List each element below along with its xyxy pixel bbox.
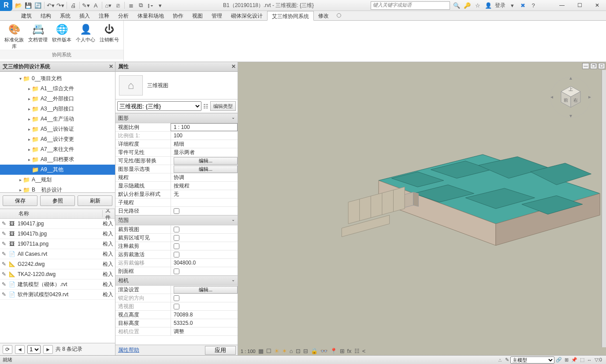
file-row[interactable]: ✎🖼190711a.png检入: [0, 239, 115, 249]
prop-row[interactable]: 视点高度70089.8: [115, 311, 238, 319]
properties-help-link[interactable]: 属性帮助: [115, 346, 205, 354]
qat-window-icon[interactable]: ⧉: [136, 1, 145, 10]
key-icon[interactable]: 🔑: [463, 1, 471, 9]
select-face-icon[interactable]: ⬚: [580, 357, 584, 363]
ribbon-tab-3[interactable]: 插入: [75, 11, 94, 20]
prop-row[interactable]: 注释裁剪: [115, 242, 238, 250]
qat-print-icon[interactable]: 🖨: [69, 1, 78, 10]
shadows-icon[interactable]: ✶: [282, 348, 287, 354]
ribbon-tab-4[interactable]: 注释: [94, 11, 114, 20]
ribbon-btn-4[interactable]: ⏻注销帐号: [99, 23, 120, 50]
ribbon-tab-1[interactable]: 结构: [36, 11, 56, 20]
type-thumbnail[interactable]: ⌂: [119, 75, 143, 96]
prop-row[interactable]: 远剪裁偏移304800.0: [115, 259, 238, 267]
model-select[interactable]: 主模型: [510, 357, 554, 364]
analytical-icon[interactable]: fx: [347, 348, 352, 354]
tree-node-0[interactable]: ▾📁0__项目文档: [0, 74, 115, 84]
highlight-icon[interactable]: ☷: [354, 348, 360, 354]
prop-row[interactable]: 零件可见性显示两者: [115, 148, 238, 157]
view-restore-icon[interactable]: ❐: [590, 63, 597, 69]
prop-row[interactable]: 远剪裁激活: [115, 250, 238, 259]
prop-group-header[interactable]: 相机⌄: [115, 276, 238, 286]
view-minimize-icon[interactable]: —: [582, 63, 589, 69]
ribbon-btn-2[interactable]: 🌐软件版本: [51, 23, 72, 50]
refresh-button[interactable]: 刷新: [78, 195, 112, 206]
prop-row[interactable]: 目标高度53325.0: [115, 319, 238, 327]
page-select[interactable]: 1: [27, 345, 41, 354]
search-input[interactable]: [371, 1, 450, 10]
tree-node-6[interactable]: ▸📁A6__设计变更: [0, 134, 115, 144]
col-name[interactable]: 名称: [16, 210, 103, 217]
tree-node-11[interactable]: ▸📁B__初步设计: [0, 185, 115, 193]
prop-row[interactable]: 显示隐藏线按规程: [115, 182, 238, 190]
ribbon-btn-0[interactable]: 🎨标准化族库: [4, 23, 25, 50]
tree-node-10[interactable]: ▸📁A__规划: [0, 175, 115, 185]
star-icon[interactable]: ☆: [474, 1, 482, 9]
col-type[interactable]: 文件: [103, 209, 115, 221]
prop-row[interactable]: 裁剪区域可见: [115, 234, 238, 242]
prop-row[interactable]: 日光路径: [115, 207, 238, 215]
dropdown-icon[interactable]: ▾: [508, 1, 516, 9]
tree-node-5[interactable]: ▸📁A5__设计验证: [0, 124, 115, 134]
select-pinned-icon[interactable]: 📌: [571, 357, 577, 363]
maximize-button[interactable]: ☐: [571, 0, 588, 11]
select-underlay-icon[interactable]: ⊞: [565, 357, 569, 363]
prop-row[interactable]: 裁剪视图: [115, 225, 238, 234]
close-button[interactable]: ✕: [588, 0, 606, 11]
prop-row[interactable]: 默认分析显示样式无: [115, 190, 238, 199]
reference-button[interactable]: 参照: [40, 195, 75, 206]
visual-style-icon[interactable]: ☐: [266, 348, 271, 354]
rendering-icon[interactable]: ⌂: [290, 348, 293, 354]
file-row[interactable]: ✎📄建筑模型（砌体）.rvt检入: [0, 279, 115, 290]
prev-page-icon[interactable]: ◄: [15, 345, 25, 354]
tree-node-4[interactable]: ▸📁A4__生产活动: [0, 114, 115, 124]
ribbon-tab-8[interactable]: 视图: [188, 11, 207, 20]
3d-view[interactable]: — ❐ ☐: [238, 62, 606, 355]
prop-row[interactable]: 剖面框: [115, 267, 238, 276]
ribbon-tab-11[interactable]: 艾三维协同系统: [267, 11, 314, 21]
view-scale[interactable]: 1 : 100: [241, 349, 256, 354]
prop-row[interactable]: 图形显示选项编辑...: [115, 165, 238, 173]
qat-switch-icon[interactable]: ⫿▾: [146, 1, 155, 10]
prop-row[interactable]: 锁定的方向: [115, 294, 238, 302]
prop-row[interactable]: 视图比例1 : 100: [115, 123, 238, 132]
file-row[interactable]: ✎📐TKA2-1220.dwg检入: [0, 269, 115, 279]
prop-group-header[interactable]: 图形⌄: [115, 113, 238, 123]
qat-save-icon[interactable]: 💾: [24, 1, 33, 10]
tree-node-7[interactable]: ▸📁A7__来往文件: [0, 144, 115, 154]
minimize-button[interactable]: —: [553, 0, 571, 11]
login-label[interactable]: 登录: [495, 2, 506, 9]
qat-3d-icon[interactable]: ⌂▾: [104, 1, 113, 10]
prop-row[interactable]: 比例值 1:100: [115, 132, 238, 140]
tree-node-2[interactable]: ▸📁A2__外部接口: [0, 94, 115, 104]
view-maximize-icon[interactable]: ☐: [598, 63, 605, 69]
prop-row[interactable]: 相机位置调整: [115, 327, 238, 336]
reveal-icon[interactable]: 📍: [330, 348, 337, 354]
close-panel-icon[interactable]: ✕: [109, 63, 113, 70]
ribbon-tab-9[interactable]: 管理: [207, 11, 227, 20]
crop-icon[interactable]: ⊡: [296, 348, 301, 354]
crop-visible-icon[interactable]: ⊟: [303, 348, 308, 354]
vertical-scrollbar[interactable]: [602, 70, 606, 347]
file-row[interactable]: ✎📐G2242.dwg检入: [0, 259, 115, 269]
tree-node-9[interactable]: 📁A9__其他: [0, 165, 115, 175]
prop-group-header[interactable]: 范围⌄: [115, 215, 238, 225]
tree-node-1[interactable]: ▸📁A1__综合文件: [0, 84, 115, 94]
qat-open-icon[interactable]: 📂: [14, 1, 23, 10]
next-page-icon[interactable]: ►: [43, 345, 53, 354]
expand-icon[interactable]: <: [362, 348, 366, 354]
binoculars-icon[interactable]: 🔍: [453, 1, 461, 9]
prop-row[interactable]: 可见性/图形替换编辑...: [115, 157, 238, 165]
ribbon-tab-0[interactable]: 建筑: [17, 11, 36, 20]
refresh-pager-icon[interactable]: ⟳: [3, 345, 12, 354]
qat-undo-icon[interactable]: ↶▾: [46, 1, 55, 10]
save-button[interactable]: 保存: [3, 195, 37, 206]
lock-icon[interactable]: 🔒: [311, 348, 318, 354]
qat-redo-icon[interactable]: ↷▾: [56, 1, 65, 10]
ribbon-tab-12[interactable]: 修改: [314, 11, 333, 20]
editable-icon[interactable]: ✎: [505, 357, 509, 363]
filter-count-icon[interactable]: ▽:0: [595, 357, 602, 363]
help-icon[interactable]: ?: [529, 1, 537, 9]
instance-selector[interactable]: 三维视图: {三维}: [117, 101, 201, 111]
prop-row[interactable]: 规程协调: [115, 173, 238, 182]
